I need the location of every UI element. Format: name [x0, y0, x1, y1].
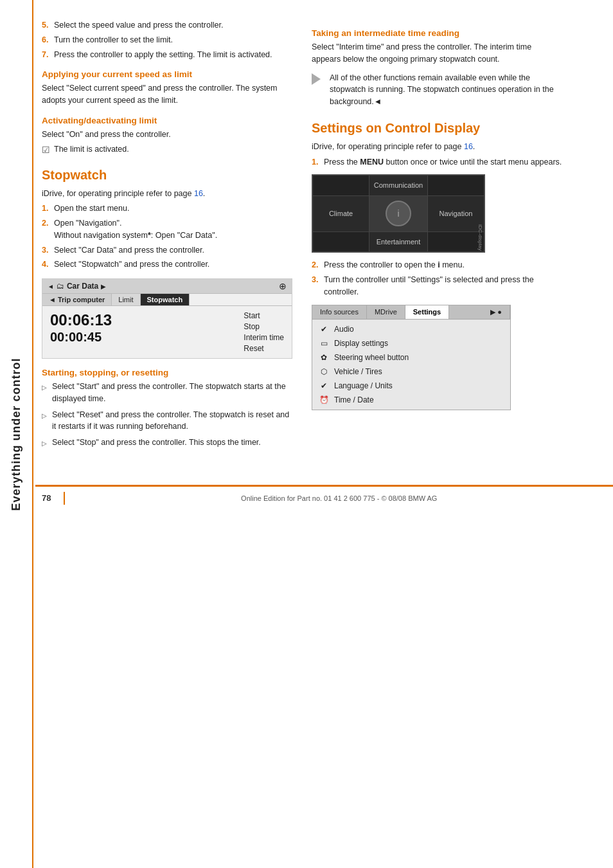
idrive-entertainment: Entertainment	[369, 231, 428, 251]
tab-info-sources[interactable]: Info sources	[312, 305, 367, 319]
interim-heading: Taking an intermediate time reading	[312, 28, 562, 38]
activating-check-text: The limit is activated.	[54, 145, 129, 154]
action-interim[interactable]: Interim time	[244, 333, 284, 342]
car-data-times: 00:06:13 00:00:45	[42, 306, 236, 358]
starting-heading: Starting, stopping, or resetting	[42, 368, 292, 377]
language-label: Language / Units	[334, 381, 393, 390]
list-item: ▷ Select "Start" and press the controlle…	[42, 381, 292, 405]
list-item: 2. Press the controller to open the i me…	[312, 259, 562, 271]
menu-item-time[interactable]: ⏰ Time / Date	[312, 393, 510, 407]
tab-mdrive[interactable]: MDrive	[367, 305, 405, 319]
menu-item-vehicle[interactable]: ⬡ Vehicle / Tires	[312, 365, 510, 379]
car-data-actions: Start Stop Interim time Reset	[236, 306, 292, 358]
starting-bullets: ▷ Select "Start" and press the controlle…	[42, 381, 292, 449]
list-item: 4. Select "Stopwatch" and press the cont…	[42, 258, 292, 271]
idrive-communication: Communication	[369, 176, 428, 195]
settings-menu-items: ✔ Audio ▭ Display settings ✿ Steering wh…	[312, 320, 510, 410]
settings-heading: Settings on Control Display	[312, 121, 562, 136]
tab-trip-computer[interactable]: ◄ Trip computer	[42, 294, 112, 305]
idrive-grid: Communication Climate i Navigation Enter…	[312, 175, 484, 252]
idrive-joystick: i	[386, 201, 411, 226]
vehicle-label: Vehicle / Tires	[334, 367, 382, 376]
bullet-arrow-icon: ▷	[42, 383, 48, 392]
settings-tabs: Info sources MDrive Settings ▶ ●	[312, 305, 510, 320]
menu-item-audio: ✔ Audio	[312, 322, 510, 336]
settings-menu-display: Info sources MDrive Settings ▶ ● ✔ Audio…	[312, 305, 511, 410]
time-icon: ⏰	[319, 395, 329, 405]
applying-text: Select "Select current speed" and press …	[42, 82, 292, 107]
car-data-header-title: ◄ 🗂 Car Data ▶	[48, 282, 106, 291]
footer: 78 Online Edition for Part no. 01 41 2 6…	[35, 485, 613, 510]
left-column: 5. Select the speed value and press the …	[42, 19, 292, 453]
tab-settings[interactable]: Settings	[405, 305, 449, 319]
list-item: 7. Press the controller to apply the set…	[42, 49, 292, 61]
sidebar-label: Everything under control	[10, 357, 23, 511]
car-data-tabs: ◄ Trip computer Limit Stopwatch	[42, 294, 292, 306]
sidebar: Everything under control	[0, 0, 32, 868]
audio-icon: ✔	[319, 324, 329, 334]
list-item: 6. Turn the controller to set the limit.	[42, 34, 292, 46]
speed-limit-steps: 5. Select the speed value and press the …	[42, 19, 292, 60]
list-item: 5. Select the speed value and press the …	[42, 19, 292, 32]
tab-stopwatch[interactable]: Stopwatch	[141, 294, 190, 305]
stopwatch-intro: iDrive, for operating principle refer to…	[42, 188, 292, 200]
vehicle-icon: ⬡	[319, 366, 329, 377]
menu-item-language[interactable]: ✔ Language / Units	[312, 379, 510, 393]
action-reset[interactable]: Reset	[244, 344, 284, 353]
list-item: 2. Open "Navigation".Without navigation …	[42, 217, 292, 242]
car-data-display: ◄ 🗂 Car Data ▶ ⊕ ◄ Trip computer Limit S…	[42, 278, 292, 359]
action-start[interactable]: Start	[244, 311, 284, 320]
idrive-center: i	[369, 195, 428, 231]
tab-limit[interactable]: Limit	[112, 294, 140, 305]
stopwatch-main-time: 00:06:13	[50, 311, 228, 330]
car-data-header: ◄ 🗂 Car Data ▶ ⊕	[42, 279, 292, 294]
idrive-row-bottom: Entertainment	[313, 231, 484, 251]
list-item: 1. Open the start menu.	[42, 203, 292, 215]
display-label: Display settings	[334, 339, 388, 348]
page-number: 78	[42, 493, 51, 503]
language-icon: ✔	[319, 381, 329, 391]
list-item: ▷ Select "Reset" and press the controlle…	[42, 409, 292, 433]
stopwatch-sub-time: 00:00:45	[50, 330, 228, 345]
list-item: 1. Press the MENU button once or twice u…	[312, 156, 562, 168]
display-icon: ▭	[319, 338, 329, 348]
idrive-display: Communication Climate i Navigation Enter…	[312, 174, 485, 253]
right-column: Taking an intermediate time reading Sele…	[312, 19, 562, 453]
bullet-arrow-icon: ▷	[42, 411, 48, 420]
audio-label: Audio	[334, 325, 354, 334]
main-content: 5. Select the speed value and press the …	[35, 0, 613, 466]
menu-item-steering[interactable]: ✿ Steering wheel button	[312, 350, 510, 365]
list-item: 3. Select "Car Data" and press the contr…	[42, 244, 292, 257]
steering-icon: ✿	[319, 352, 329, 363]
settings-steps: 1. Press the MENU button once or twice u…	[312, 156, 562, 168]
bullet-arrow-icon: ▷	[42, 439, 48, 448]
tab-nav-arrow[interactable]: ▶ ●	[483, 305, 510, 319]
idrive-navigation: Navigation	[427, 195, 484, 231]
settings-intro: iDrive, for operating principle refer to…	[312, 141, 562, 153]
activating-text: Select "On" and press the controller.	[42, 129, 292, 141]
stopwatch-heading: Stopwatch	[42, 168, 292, 183]
list-item: 3. Turn the controller until "Settings" …	[312, 274, 562, 298]
action-stop[interactable]: Stop	[244, 322, 284, 331]
page-link-16[interactable]: 16	[194, 189, 203, 198]
stopwatch-steps: 1. Open the start menu. 2. Open "Navigat…	[42, 203, 292, 271]
activating-check-note: ☑ The limit is activated.	[42, 145, 292, 155]
page-link-16-right[interactable]: 16	[464, 142, 473, 151]
copyright-text: Online Edition for Part no. 01 41 2 600 …	[78, 494, 600, 502]
settings-steps-2-3: 2. Press the controller to open the i me…	[312, 259, 562, 298]
footer-divider	[64, 492, 65, 505]
activating-heading: Activating/deactivating limit	[42, 116, 292, 125]
idrive-climate: Climate	[313, 195, 369, 231]
list-item: ▷ Select "Stop" and press the controller…	[42, 437, 292, 449]
idrive-image-credit: iDC-display	[477, 224, 483, 251]
menu-item-display[interactable]: ▭ Display settings	[312, 336, 510, 350]
applying-heading: Applying your current speed as limit	[42, 69, 292, 79]
interim-text: Select "Interim time" and press the cont…	[312, 41, 562, 66]
steering-label: Steering wheel button	[334, 353, 409, 362]
car-data-options-icon: ⊕	[279, 281, 287, 291]
time-label: Time / Date	[334, 395, 374, 404]
checkmark-icon: ☑	[42, 145, 50, 155]
note-triangle-icon	[312, 73, 321, 85]
idrive-row-middle: Climate i Navigation	[313, 195, 484, 231]
note-box: All of the other functions remain availa…	[312, 72, 562, 108]
